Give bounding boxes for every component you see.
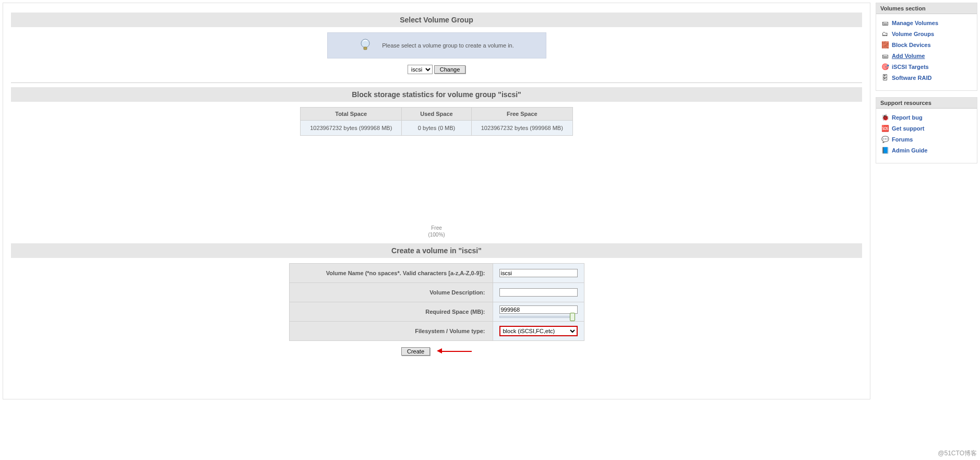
target-icon: 🎯	[881, 63, 889, 70]
sidebar-item-row: 🧱Block Devices	[881, 40, 974, 50]
bricks-icon: 🧱	[881, 41, 889, 49]
volume-name-input[interactable]	[499, 269, 578, 277]
create-button[interactable]: Create	[401, 347, 430, 356]
sidebar: Volumes section 🖴Manage Volumes🗂Volume G…	[876, 3, 977, 399]
th-free: Free Space	[471, 108, 572, 121]
bug-icon: 🐞	[881, 114, 889, 121]
space-slider[interactable]	[499, 316, 572, 318]
support-item-row: 💬Forums	[881, 135, 974, 144]
td-total: 1023967232 bytes (999968 MB)	[301, 121, 402, 136]
sidebar-item-row: 🎯iSCSI Targets	[881, 62, 974, 72]
volumes-section-panel: Volumes section 🖴Manage Volumes🗂Volume G…	[876, 3, 977, 91]
info-box: Please select a volume group to create a…	[327, 32, 546, 58]
stats-table: Total Space Used Space Free Space 102396…	[300, 107, 573, 136]
pie-chart-label: Free (100%)	[11, 225, 862, 238]
fs-type-select[interactable]: block (iSCSI,FC,etc)	[499, 326, 578, 336]
info-message: Please select a volume group to create a…	[382, 42, 514, 49]
drive-add-icon: 🖴	[881, 52, 889, 60]
lightbulb-icon	[359, 38, 372, 53]
volume-desc-input[interactable]	[499, 288, 578, 297]
required-space-label: Required Space (MB):	[289, 302, 493, 322]
change-button[interactable]: Change	[434, 65, 466, 74]
required-space-input[interactable]	[499, 305, 578, 314]
sidebar-item-row: 🖴Add Volume	[881, 51, 974, 61]
th-total: Total Space	[301, 108, 402, 121]
divider	[11, 82, 862, 83]
drive-icon: 🖴	[881, 19, 889, 27]
support-panel: Support resources 🐞Report bug🆘Get suppor…	[876, 97, 977, 163]
support-item-row: 🆘Get support	[881, 124, 974, 133]
td-free: 1023967232 bytes (999968 MB)	[471, 121, 572, 136]
svg-rect-1	[364, 47, 367, 50]
sidebar-item-link[interactable]: Manage Volumes	[892, 20, 938, 26]
volume-desc-label: Volume Description:	[289, 283, 493, 302]
layers-icon: 🗂	[881, 30, 889, 38]
support-item-row: 📘Admin Guide	[881, 146, 974, 155]
support-item-link[interactable]: Get support	[892, 125, 924, 132]
support-item-row: 🐞Report bug	[881, 113, 974, 122]
sidebar-item-row: 🗄Software RAID	[881, 73, 974, 82]
create-title: Create a volume in "iscsi"	[11, 243, 862, 258]
sidebar-item-row: 🖴Manage Volumes	[881, 18, 974, 28]
help-icon: 🆘	[881, 125, 889, 132]
volumes-section-title: Volumes section	[876, 3, 977, 14]
sidebar-item-link[interactable]: Block Devices	[892, 42, 931, 48]
fs-type-label: Filesystem / Volume type:	[289, 322, 493, 341]
vg-select-row: iscsi Change	[11, 65, 862, 74]
sidebar-item-link[interactable]: Volume Groups	[892, 31, 934, 37]
sidebar-item-link[interactable]: Add Volume	[892, 53, 925, 59]
volume-name-label: Volume Name (*no spaces*. Valid characte…	[289, 264, 493, 283]
book-icon: 📘	[881, 147, 889, 154]
space-slider-handle[interactable]	[570, 313, 575, 321]
raid-icon: 🗄	[881, 74, 889, 81]
support-item-link[interactable]: Report bug	[892, 114, 923, 121]
th-used: Used Space	[402, 108, 471, 121]
support-title: Support resources	[876, 98, 977, 109]
create-volume-form: Volume Name (*no spaces*. Valid characte…	[289, 263, 584, 341]
support-item-link[interactable]: Forums	[892, 136, 913, 143]
volume-group-select[interactable]: iscsi	[408, 65, 433, 74]
main-content: Select Volume Group Please select a volu…	[3, 3, 870, 399]
select-vg-title: Select Volume Group	[11, 13, 862, 27]
sidebar-item-row: 🗂Volume Groups	[881, 29, 974, 39]
sidebar-item-link[interactable]: Software RAID	[892, 75, 931, 81]
annotation-arrow-icon	[435, 349, 472, 353]
stats-title: Block storage statistics for volume grou…	[11, 87, 862, 102]
sidebar-item-link[interactable]: iSCSI Targets	[892, 64, 929, 70]
chat-icon: 💬	[881, 136, 889, 143]
support-item-link[interactable]: Admin Guide	[892, 147, 927, 154]
td-used: 0 bytes (0 MB)	[402, 121, 471, 136]
